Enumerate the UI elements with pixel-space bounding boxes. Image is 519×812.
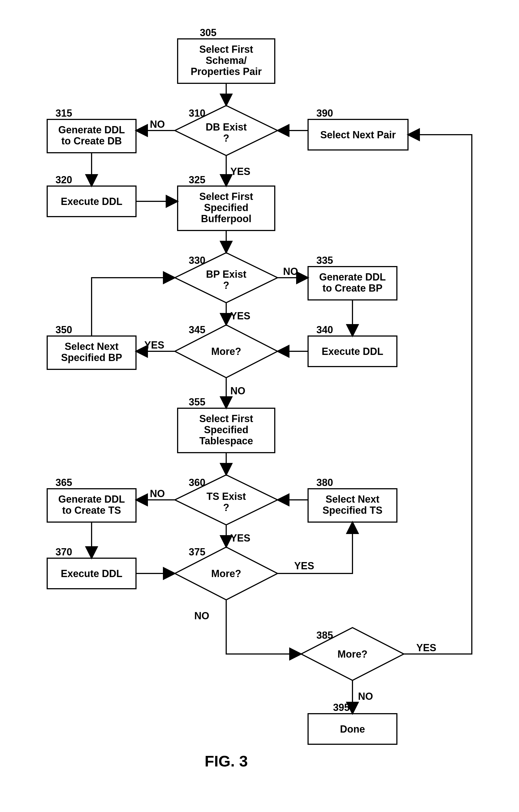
node-320-line1: Execute DDL (61, 196, 122, 207)
label-325: 325 (189, 174, 205, 185)
edge-350-330 (92, 278, 175, 336)
node-315-line2: to Create DB (61, 135, 122, 147)
node-350-line2: Specified BP (61, 352, 122, 363)
edge-310-315-label: NO (150, 119, 165, 130)
node-375-line1: More? (211, 568, 241, 579)
edge-375-380-label: YES (294, 560, 314, 572)
node-305-line3: Properties Pair (191, 66, 262, 77)
label-365: 365 (56, 477, 72, 488)
node-340-line1: Execute DDL (322, 346, 383, 357)
edge-345-350-label: YES (144, 339, 164, 351)
node-385-line1: More? (337, 648, 367, 660)
edge-385-395-label: NO (358, 691, 373, 702)
node-395-line1: Done (340, 723, 365, 735)
node-360-line2: ? (223, 502, 229, 513)
edge-375-385-label: NO (194, 610, 209, 621)
node-365-line2: to Create TS (62, 504, 121, 516)
node-380-line2: Specified TS (323, 504, 383, 516)
node-325-line3: Bufferpool (201, 213, 251, 224)
label-315: 315 (56, 108, 72, 119)
node-315-line1: Generate DDL (58, 124, 125, 136)
label-390: 390 (316, 108, 333, 119)
edge-375-385 (226, 600, 301, 654)
label-355: 355 (189, 396, 205, 408)
node-390-line1: Select Next Pair (320, 129, 396, 141)
figure-label: FIG. 3 (205, 752, 248, 770)
label-380: 380 (316, 477, 333, 488)
node-325-line2: Specified (204, 202, 248, 213)
label-305: 305 (200, 27, 216, 38)
label-395: 395 (333, 702, 350, 713)
edge-385-390 (404, 135, 472, 654)
edge-360-365-label: NO (150, 488, 165, 499)
node-310-line1: DB Exist (206, 121, 247, 133)
label-370: 370 (56, 546, 72, 558)
node-365-line1: Generate DDL (58, 493, 125, 505)
label-375: 375 (189, 546, 205, 558)
node-355-line3: Tablespace (199, 435, 253, 446)
label-340: 340 (316, 324, 333, 336)
edge-375-380 (278, 522, 353, 574)
node-345-line1: More? (211, 346, 241, 357)
label-335: 335 (316, 255, 333, 266)
node-305-line1: Select First (199, 44, 253, 55)
node-325-line1: Select First (199, 191, 253, 202)
label-320: 320 (56, 174, 72, 185)
node-355-line1: Select First (199, 413, 253, 424)
flowchart-diagram: 305 Select First Schema/ Properties Pair… (0, 0, 519, 812)
node-350-line1: Select Next (65, 341, 119, 352)
edge-310-325-label: YES (231, 166, 250, 177)
edge-330-345-label: YES (231, 310, 250, 322)
label-350: 350 (56, 324, 72, 336)
edge-360-375-label: YES (231, 532, 250, 544)
node-360-line1: TS Exist (207, 491, 246, 502)
edge-330-335-label: NO (283, 266, 298, 277)
node-310-line2: ? (223, 133, 229, 144)
node-370-line1: Execute DDL (61, 568, 122, 579)
node-330-line2: ? (223, 280, 229, 291)
edge-345-355-label: NO (231, 385, 245, 397)
node-335-line2: to Create BP (323, 283, 383, 294)
node-305-line2: Schema/ (206, 55, 247, 66)
node-330-line1: BP Exist (206, 268, 246, 280)
node-335-line1: Generate DDL (319, 271, 386, 283)
node-355-line2: Specified (204, 424, 248, 435)
edge-385-390-label: YES (416, 642, 436, 654)
node-380-line1: Select Next (326, 493, 379, 505)
label-345: 345 (189, 324, 205, 336)
